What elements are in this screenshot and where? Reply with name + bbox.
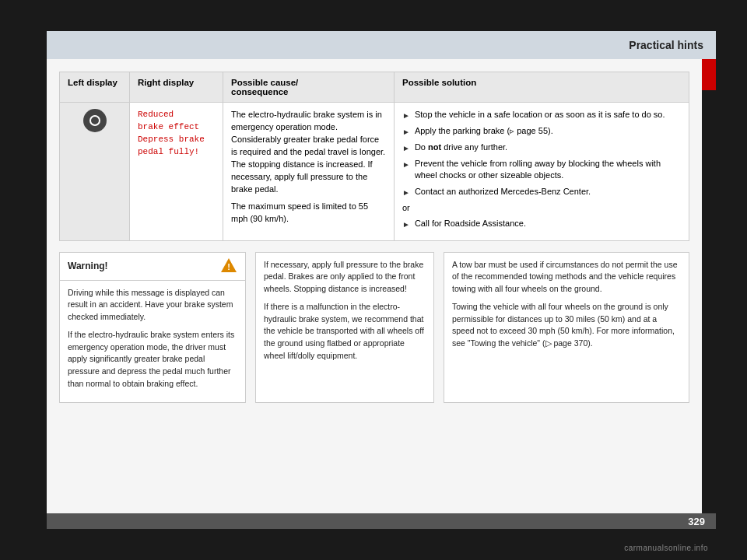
- or-text: or: [402, 202, 681, 215]
- table-row: Reducedbrake effectDepress brakepedal fu…: [60, 103, 689, 241]
- info-table: Left display Right display Possible caus…: [59, 72, 689, 241]
- watermark: carmanualsonline.info: [624, 544, 708, 552]
- solution-cell: ► Stop the vehicle in a safe location or…: [395, 103, 689, 241]
- right-info-box: A tow bar must be used if circumstances …: [444, 252, 689, 403]
- chapter-tab: [702, 59, 716, 90]
- header-bar: Practical hints: [47, 31, 716, 59]
- col-header-solution: Possible solution: [395, 72, 689, 103]
- arrow-icon: ►: [402, 127, 410, 138]
- arrow-icon: ►: [402, 110, 410, 121]
- col-header-left-display: Left display: [60, 72, 130, 103]
- content-area: Left display Right display Possible caus…: [47, 59, 702, 513]
- right-para-1: A tow bar must be used if circumstances …: [452, 259, 681, 296]
- warning-icon-container: !: [220, 257, 237, 275]
- arrow-icon: ►: [402, 143, 410, 154]
- right-para-2: Towing the vehicle with all four wheels …: [452, 301, 681, 350]
- right-display-cell: Reducedbrake effectDepress brakepedal fu…: [130, 103, 223, 241]
- solution-text-4: Prevent the vehicle from rolling away by…: [415, 158, 681, 182]
- solution-list: ► Stop the vehicle in a safe location or…: [402, 109, 681, 198]
- page-title: Practical hints: [629, 39, 703, 51]
- icon-cell: [60, 103, 130, 241]
- warning-title: Warning!: [68, 261, 108, 271]
- list-item: ► Stop the vehicle in a safe location or…: [402, 109, 681, 121]
- col-header-cause: Possible cause/consequence: [223, 72, 395, 103]
- arrow-icon: ►: [402, 159, 410, 182]
- solution-text-2: Apply the parking brake (▹ page 55).: [415, 125, 553, 138]
- solution-list-2: ► Call for Roadside Assistance.: [402, 218, 681, 230]
- arrow-icon: ►: [402, 187, 410, 198]
- brake-warning-icon: [83, 109, 107, 132]
- warning-header: Warning! !: [60, 253, 245, 281]
- middle-para-2: If there is a malfunction in the electro…: [264, 301, 426, 362]
- middle-para-1: If necessary, apply full pressure to the…: [264, 259, 426, 296]
- middle-info-box: If necessary, apply full pressure to the…: [255, 252, 434, 403]
- arrow-icon: ►: [402, 219, 410, 230]
- svg-text:!: !: [227, 262, 230, 271]
- warning-box: Warning! ! Driving while this message is…: [59, 252, 246, 403]
- list-item: ► Call for Roadside Assistance.: [402, 218, 681, 230]
- warning-para-2: If the electro-hydraulic brake system en…: [68, 329, 237, 390]
- footer-bar: 329: [47, 513, 716, 529]
- list-item: ► Contact an authorized Mercedes-Benz Ce…: [402, 186, 681, 198]
- list-item: ► Apply the parking brake (▹ page 55).: [402, 125, 681, 138]
- solution-text-1: Stop the vehicle in a safe location or a…: [415, 109, 665, 121]
- solution-text-5: Contact an authorized Mercedes-Benz Cent…: [415, 186, 591, 198]
- page-number: 329: [688, 516, 705, 527]
- warning-body: Driving while this message is displayed …: [60, 281, 245, 402]
- solution-text-3: Do not drive any further.: [415, 142, 507, 154]
- cause-cell: The electro-hydraulic brake system is in…: [223, 103, 395, 241]
- bottom-section: Warning! ! Driving while this message is…: [59, 252, 689, 403]
- list-item: ► Do not drive any further.: [402, 142, 681, 154]
- warning-triangle-icon: !: [220, 257, 237, 273]
- list-item: ► Prevent the vehicle from rolling away …: [402, 158, 681, 182]
- solution-text-6: Call for Roadside Assistance.: [415, 218, 526, 230]
- brake-icon-inner: [89, 115, 100, 126]
- warning-para-1: Driving while this message is displayed …: [68, 287, 237, 324]
- col-header-right-display: Right display: [130, 72, 223, 103]
